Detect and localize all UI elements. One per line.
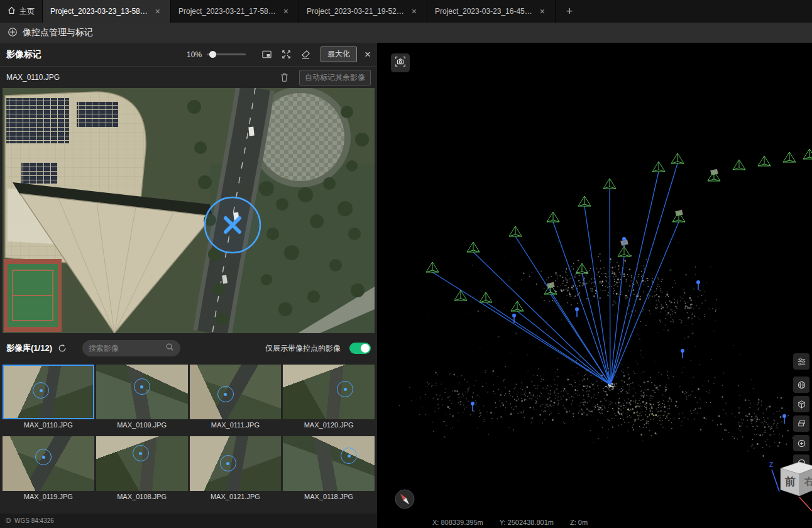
thumbnail-image: [283, 365, 375, 419]
thumb-gcp-marker: [33, 382, 49, 399]
tab-label: Project_2023-03-21_17-58-00: [178, 7, 276, 16]
crs-label: WGS 84:4326: [14, 517, 54, 524]
thumb-gcp-marker: [341, 448, 357, 464]
tab-bar: 主页 Project_2023-03-23_13-58-22 × Project…: [0, 0, 812, 23]
tab-close-icon[interactable]: ×: [537, 6, 547, 17]
viewport-toolbar: [793, 353, 809, 471]
gcp-marker: [205, 197, 260, 253]
tab-label: Project_2023-03-21_19-52-22: [307, 7, 404, 16]
thumbnail-image: [283, 436, 375, 491]
page-header: 像控点管理与标记: [0, 23, 812, 43]
gcp-filter-toggle[interactable]: [349, 343, 371, 354]
library-title: 影像库(1/12): [6, 343, 52, 354]
eraser-icon[interactable]: [298, 47, 313, 62]
toggle-knob: [361, 344, 370, 353]
thumbnail-label: MAX_0110.JPG: [3, 419, 94, 429]
home-icon: [8, 6, 16, 16]
cube-icon[interactable]: [793, 396, 809, 412]
image-library: 影像库(1/12) 仅展示带像控点的影像: [0, 333, 377, 528]
tab-close-icon[interactable]: ×: [409, 6, 419, 17]
camera-view-icon: [394, 55, 407, 70]
pip-view-icon[interactable]: [259, 47, 274, 62]
navcube-front-label[interactable]: 前: [784, 476, 796, 488]
thumbnail[interactable]: MAX_0108.JPG: [96, 436, 188, 500]
thumbnail-label: MAX_0111.JPG: [190, 419, 282, 429]
coordinate-status-bar: X: 808339.395m Y: 2502438.801m Z: 0m: [377, 517, 812, 528]
thumbnail-image: [190, 365, 282, 419]
maximize-button[interactable]: 最大化: [321, 47, 357, 62]
status-y: Y: 2502438.801m: [500, 519, 554, 526]
thumb-gcp-marker: [337, 381, 353, 397]
gcp-target-icon: [8, 27, 18, 39]
tab-project-3[interactable]: Project_2023-03-21_19-52-22 ×: [299, 0, 427, 23]
marking-panel-header: 影像标记 10% 最大化 ×: [0, 43, 377, 67]
tab-label: Project_2023-03-23_13-58-22: [50, 7, 148, 16]
refresh-icon[interactable]: [56, 342, 69, 355]
thumbnail[interactable]: MAX_0118.JPG: [283, 436, 375, 500]
current-image-name: MAX_0110.JPG: [6, 73, 60, 82]
thumbnail[interactable]: MAX_0110.JPG: [3, 365, 94, 429]
status-x: X: 808339.395m: [432, 519, 483, 526]
thumb-gcp-marker: [133, 445, 149, 461]
adjust-icon[interactable]: [793, 353, 809, 370]
thumbnail-label: MAX_0121.JPG: [190, 491, 282, 500]
thumbnail-image: [96, 436, 188, 491]
3d-viewport[interactable]: Z X 前 右 X: 808339.395m Y: 2502438.801m Z…: [377, 43, 812, 528]
thumbnail[interactable]: MAX_0120.JPG: [283, 365, 375, 429]
auto-mark-button[interactable]: 自动标记其余影像: [299, 70, 371, 85]
search-icon[interactable]: [165, 343, 174, 354]
thumbnail-label: MAX_0108.JPG: [96, 491, 188, 500]
filter-label: 仅展示带像控点的影像: [265, 343, 341, 354]
delete-mark-icon[interactable]: [277, 70, 292, 85]
globe-icon[interactable]: [793, 377, 809, 393]
thumbnail-image: [3, 365, 94, 419]
panel-close-icon[interactable]: ×: [365, 48, 371, 61]
layers-icon[interactable]: [793, 415, 809, 432]
tab-project-1[interactable]: Project_2023-03-23_13-58-22 ×: [43, 0, 171, 23]
tab-project-4[interactable]: Project_2023-03-23_16-45-12 ×: [427, 0, 556, 23]
thumbnail-image: [190, 436, 282, 491]
thumbnail-label: MAX_0119.JPG: [3, 491, 94, 500]
search-input[interactable]: [89, 344, 165, 353]
zoom-in-icon[interactable]: [793, 435, 809, 451]
app-window: 主页 Project_2023-03-23_13-58-22 × Project…: [0, 0, 812, 528]
thumb-gcp-marker: [35, 449, 52, 465]
thumbnail[interactable]: MAX_0109.JPG: [96, 365, 188, 429]
axis-z-label: Z: [769, 461, 773, 468]
panel-title: 影像标记: [6, 49, 41, 60]
thumbnail-label: MAX_0120.JPG: [283, 419, 375, 429]
tab-close-icon[interactable]: ×: [281, 6, 291, 17]
tab-project-2[interactable]: Project_2023-03-21_17-58-00 ×: [171, 0, 299, 23]
navcube-right-label[interactable]: 右: [804, 476, 812, 487]
page-title: 像控点管理与标记: [23, 27, 93, 38]
compass-icon[interactable]: [395, 489, 415, 512]
new-tab-button[interactable]: +: [556, 0, 583, 23]
search-box[interactable]: [82, 340, 180, 356]
tab-label: Project_2023-03-23_16-45-12: [435, 7, 532, 16]
navigation-cube[interactable]: Z X 前 右: [768, 457, 812, 519]
thumbnail-image: [96, 365, 188, 419]
thumb-gcp-marker: [217, 386, 234, 402]
point-cloud-scene: [377, 43, 812, 517]
thumbnail-image: [3, 436, 94, 491]
tab-close-icon[interactable]: ×: [153, 6, 163, 17]
thumbnail-label: MAX_0118.JPG: [283, 491, 375, 500]
marking-image-canvas[interactable]: [3, 88, 375, 333]
aerial-photo: [3, 88, 375, 333]
fit-view-icon[interactable]: [278, 47, 294, 62]
thumbnail[interactable]: MAX_0111.JPG: [190, 365, 282, 429]
tab-home-label: 主页: [19, 6, 35, 17]
crs-status-bar: WGS 84:4326: [0, 514, 377, 528]
zoom-slider-knob[interactable]: [209, 51, 216, 58]
library-header: 影像库(1/12) 仅展示带像控点的影像: [0, 333, 377, 363]
thumbnail-grid: MAX_0110.JPG MAX_0109.JPG MAX_0111.JPG: [0, 363, 377, 502]
thumbnail-label: MAX_0109.JPG: [96, 419, 188, 429]
tab-home[interactable]: 主页: [0, 0, 43, 23]
thumbnail[interactable]: MAX_0121.JPG: [190, 436, 282, 500]
crs-icon: [5, 517, 11, 525]
camera-view-button[interactable]: [391, 53, 410, 72]
zoom-slider[interactable]: [207, 53, 246, 55]
thumb-gcp-marker: [220, 455, 236, 471]
thumbnail[interactable]: MAX_0119.JPG: [3, 436, 94, 500]
image-marking-panel: 影像标记 10% 最大化 × MAX_0110.JPG: [0, 43, 377, 528]
